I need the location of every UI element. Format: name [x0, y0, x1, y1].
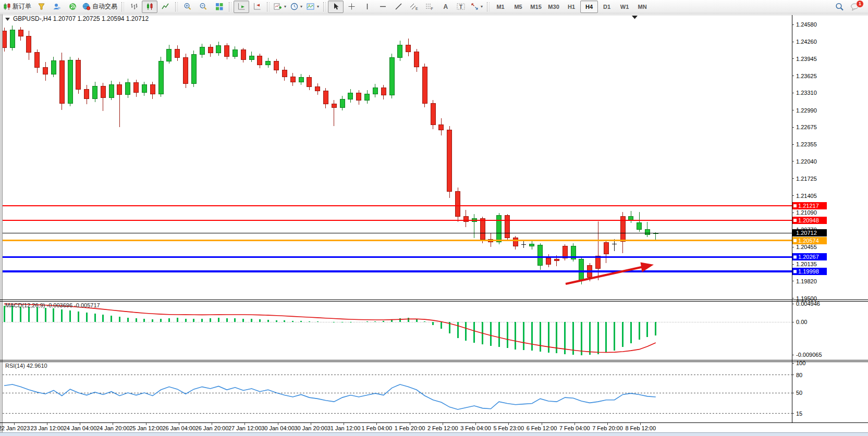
tile-windows-button[interactable] [211, 1, 227, 13]
trendline-icon [395, 3, 402, 10]
text-label-icon: T [457, 3, 465, 10]
candle [530, 244, 534, 246]
zoom-out-button[interactable] [195, 1, 211, 13]
svg-text:1.21217: 1.21217 [798, 203, 819, 209]
zoom-in-button[interactable] [180, 1, 195, 13]
arrows-dropdown[interactable]: ▾ [469, 1, 485, 13]
timeframe-mn[interactable]: MN [633, 1, 651, 13]
candlestick-chart-button[interactable] [142, 1, 157, 13]
timeframe-m5[interactable]: M5 [509, 1, 527, 13]
time-tick-label: 6 Feb 12:00 [527, 425, 557, 431]
toolbar: 新订单自动交易▾▾▾EFAT▾M1M5M15M30H1H4D1W1MN1 [0, 0, 868, 14]
template-icon [307, 3, 315, 10]
timeframe-w1[interactable]: W1 [616, 1, 633, 13]
text-label-button[interactable]: T [453, 1, 469, 13]
candle [10, 30, 15, 47]
periods-dropdown[interactable]: ▾ [288, 1, 304, 13]
candle [150, 85, 155, 94]
chart-shift-button[interactable] [249, 1, 265, 13]
vertical-line-button[interactable] [359, 1, 375, 13]
time-tick-label: 7 Feb 20:00 [592, 425, 623, 431]
toolbar-separator[interactable] [175, 2, 178, 11]
timeframe-d1[interactable]: D1 [598, 1, 616, 13]
timeframe-m30-label: M30 [548, 4, 559, 10]
timeframe-m15[interactable]: M15 [527, 1, 545, 13]
time-tick-label: 7 Feb 04:00 [559, 425, 590, 431]
candle [348, 93, 353, 99]
line-chart-button[interactable] [157, 1, 173, 13]
timeframe-w1-label: W1 [620, 4, 629, 10]
candle [332, 104, 336, 107]
market-watch-button[interactable] [33, 1, 49, 13]
toolbar-separator[interactable] [323, 2, 326, 11]
price-badge-1.21217[interactable]: 1.21217 [792, 202, 827, 209]
auto-trading-button[interactable]: 自动交易 [80, 1, 119, 13]
chart-svg: GBPUSD-,H4 1.20707 1.20725 1.20594 1.207… [0, 14, 868, 433]
bid-price-badge[interactable]: 1.20712 [792, 229, 827, 236]
crosshair-icon [348, 3, 356, 10]
equidistant-channel-button[interactable]: E [406, 1, 422, 13]
price-tick-label: 1.21725 [796, 176, 817, 182]
rsi-axis-label: 100 [796, 360, 805, 366]
bar-chart-button[interactable] [126, 1, 142, 13]
chat-button[interactable]: 1 [850, 3, 860, 11]
toolbar-separator[interactable] [229, 2, 231, 11]
candle [241, 50, 246, 60]
price-tick-label: 1.22355 [796, 141, 817, 147]
time-tick-label: 26 Jan 04:00 [162, 425, 195, 431]
toolbar-separator[interactable] [267, 2, 270, 11]
candle [191, 55, 196, 84]
price-tick-label: 1.19820 [796, 278, 817, 284]
price-tick-label: 1.23625 [796, 73, 817, 79]
candle [266, 61, 271, 65]
text-icon: A [442, 3, 449, 10]
community-button[interactable] [49, 1, 65, 13]
horizontal-line-button[interactable] [375, 1, 390, 13]
svg-text:E: E [415, 7, 418, 10]
candle [406, 45, 411, 52]
text-button[interactable]: A [437, 1, 453, 13]
new-order-button[interactable]: 新订单 [1, 1, 33, 13]
price-badge-1.20574[interactable]: 1.20574 [792, 237, 827, 244]
time-tick-label: 24 Jan 04:00 [64, 425, 97, 431]
candle [18, 30, 23, 36]
fibonacci-button[interactable]: F [422, 1, 437, 13]
svg-text:1.19998: 1.19998 [798, 268, 819, 275]
cursor-button[interactable] [328, 1, 344, 13]
signals-button[interactable] [65, 1, 80, 13]
bar-chart-icon [130, 3, 138, 10]
new-chart-dropdown[interactable]: ▾ [272, 1, 288, 13]
timeframe-h1[interactable]: H1 [563, 1, 580, 13]
trading-platform-window: { "toolbar": { "groups": [ {"name":"trad… [0, 0, 868, 436]
price-badge-1.19998[interactable]: 1.19998 [792, 268, 827, 275]
line-chart-icon [162, 3, 169, 10]
toolbar-separator[interactable] [121, 2, 124, 11]
candle [35, 53, 40, 68]
timeframe-m30[interactable]: M30 [545, 1, 563, 13]
rsi-axis-label: 50 [796, 390, 802, 396]
crosshair-button[interactable] [344, 1, 359, 13]
price-tick-label: 1.24260 [796, 39, 817, 45]
timeframe-h4[interactable]: H4 [580, 1, 598, 13]
price-badge-1.20267[interactable]: 1.20267 [792, 253, 827, 260]
search-icon [835, 3, 844, 11]
vertical-line-icon [363, 3, 371, 10]
candle [93, 86, 97, 99]
candle [422, 67, 427, 103]
price-tick-label: 1.21090 [796, 209, 817, 216]
price-badge-1.20948[interactable]: 1.20948 [792, 217, 827, 224]
candle [51, 60, 56, 74]
timeframe-m1-label: M1 [496, 4, 504, 10]
clock-icon [290, 3, 298, 10]
templates-dropdown[interactable]: ▾ [304, 1, 321, 13]
auto-scroll-button[interactable] [234, 1, 249, 13]
timeframe-m1[interactable]: M1 [492, 1, 509, 13]
search-button[interactable] [835, 3, 844, 11]
candle [233, 50, 237, 56]
toolbar-separator[interactable] [487, 2, 490, 11]
candle [538, 245, 543, 265]
candle [134, 83, 139, 93]
trendline-button[interactable] [390, 1, 406, 13]
candle [216, 45, 221, 53]
candle [389, 57, 394, 95]
